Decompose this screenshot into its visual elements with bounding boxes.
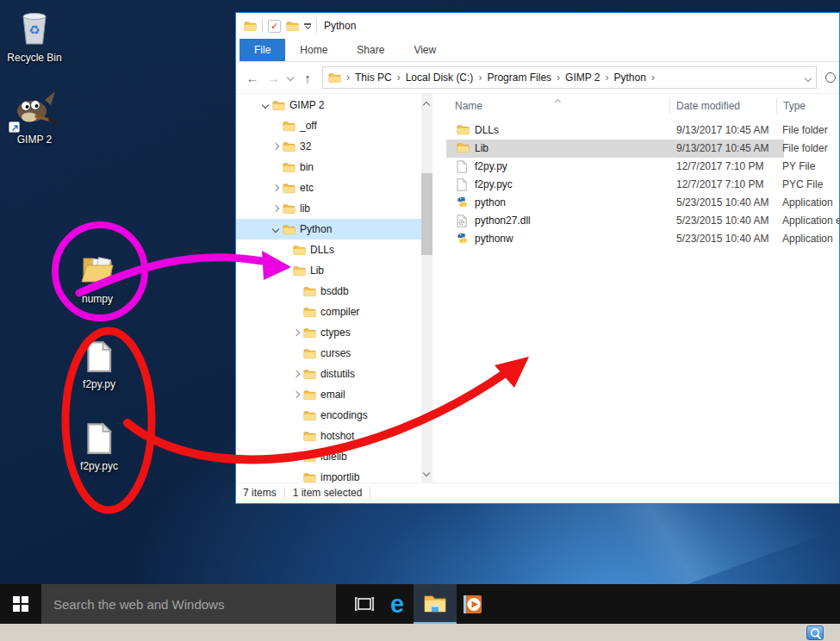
- tree-item-bsddb[interactable]: bsddb: [236, 281, 421, 302]
- file-row-f2py-pyc[interactable]: f2py.pyc12/7/2017 7:10 PMPYC File: [432, 176, 839, 194]
- start-button[interactable]: [0, 584, 41, 624]
- edge-icon: e: [390, 592, 404, 617]
- folder-icon: [303, 410, 316, 421]
- media-player-button[interactable]: [457, 584, 489, 624]
- screenshot-tray-icon[interactable]: [806, 625, 824, 640]
- file-icon: [457, 160, 467, 173]
- task-view-icon: [354, 595, 375, 613]
- tree-item-curses[interactable]: curses: [236, 343, 421, 364]
- tree-item-32[interactable]: 32: [236, 136, 421, 157]
- tab-share[interactable]: Share: [342, 39, 399, 61]
- file-row-python27-dll[interactable]: python27.dll5/23/2015 10:40 AMApplicatio…: [432, 212, 839, 230]
- tree-item-email[interactable]: email: [236, 384, 421, 405]
- file-icon: [86, 340, 112, 376]
- file-row-pythonw[interactable]: pythonw5/23/2015 10:40 AMApplication: [432, 230, 839, 248]
- column-header-type[interactable]: Type: [777, 98, 839, 114]
- file-explorer-button[interactable]: [414, 584, 457, 624]
- desktop-icon-numpy[interactable]: numpy: [65, 253, 130, 305]
- folder-icon: [283, 162, 296, 173]
- refresh-icon[interactable]: [825, 72, 836, 83]
- breadcrumb-program-files[interactable]: Program Files: [487, 72, 551, 84]
- desktop-icon-f2py-py[interactable]: f2py.py: [66, 340, 132, 390]
- breadcrumb-separator: ›: [650, 72, 656, 84]
- breadcrumb-local-disk-c[interactable]: Local Disk (C:): [406, 72, 474, 84]
- tree-item-hotshot[interactable]: hotshot: [236, 426, 421, 446]
- properties-check-icon[interactable]: ✓: [268, 20, 281, 33]
- tree-item-off[interactable]: _off: [236, 115, 421, 136]
- file-row-dlls[interactable]: DLLs9/13/2017 10:45 AMFile folder: [432, 121, 839, 140]
- explorer-body: GIMP 2 _off 32 bin etc lib Python DLLs L…: [236, 93, 839, 482]
- python-icon: [457, 233, 468, 244]
- ribbon-tabs: File Home Share View: [236, 39, 839, 62]
- tree-item-encodings[interactable]: encodings: [236, 405, 421, 426]
- tree-scrollbar[interactable]: [421, 94, 432, 482]
- tab-file[interactable]: File: [240, 39, 285, 61]
- chevron-expanded-icon[interactable]: [262, 102, 269, 109]
- window-title: Python: [324, 20, 356, 32]
- tree-item-idlelib[interactable]: idlelib: [236, 446, 421, 467]
- chevron-collapsed-icon[interactable]: [293, 370, 300, 377]
- chevron-collapsed-icon[interactable]: [272, 184, 279, 191]
- chevron-collapsed-icon[interactable]: [272, 205, 279, 212]
- desktop-icon-label: numpy: [65, 293, 130, 305]
- file-row-lib[interactable]: Lib9/13/2017 10:45 AMFile folder: [432, 140, 839, 158]
- tree-item-distutils[interactable]: distutils: [236, 364, 421, 384]
- folder-icon: [283, 203, 296, 215]
- customize-toolbar-icon[interactable]: [304, 23, 311, 28]
- tab-home[interactable]: Home: [285, 39, 342, 61]
- tree-item-python[interactable]: Python: [236, 219, 421, 240]
- tree-item-ctypes[interactable]: ctypes: [236, 322, 421, 343]
- tree-item-etc[interactable]: etc: [236, 177, 421, 198]
- folder-icon: [283, 183, 296, 194]
- tree-item-lib-lower[interactable]: lib: [236, 198, 421, 219]
- scroll-down-icon[interactable]: [423, 470, 430, 476]
- task-view-button[interactable]: [348, 584, 381, 624]
- up-button[interactable]: ↑: [298, 71, 317, 85]
- breadcrumb-this-pc[interactable]: This PC: [355, 72, 392, 84]
- status-separator: [370, 487, 370, 499]
- tab-view[interactable]: View: [399, 39, 451, 61]
- window-folder-icon: [244, 21, 257, 32]
- forward-button[interactable]: →: [264, 71, 283, 85]
- dll-file-icon: [457, 215, 467, 227]
- tree-item-bin[interactable]: bin: [236, 157, 421, 177]
- chevron-expanded-icon[interactable]: [272, 226, 279, 233]
- tree-item-lib[interactable]: Lib: [236, 260, 421, 281]
- file-icon: [86, 422, 112, 457]
- media-player-icon: [462, 593, 485, 616]
- new-folder-icon[interactable]: [286, 21, 299, 32]
- folder-icon: [272, 100, 285, 111]
- tree-item-importlib[interactable]: importlib: [236, 467, 421, 482]
- desktop-icon-f2py-pyc[interactable]: f2py.pyc: [66, 422, 132, 472]
- desktop-icon-recycle-bin[interactable]: ♻ Recycle Bin: [2, 9, 67, 64]
- chevron-collapsed-icon[interactable]: [272, 143, 279, 150]
- windows-logo-icon: [13, 596, 28, 612]
- tree-item-dlls[interactable]: DLLs: [236, 240, 421, 260]
- column-header-date-modified[interactable]: Date modified: [670, 98, 777, 114]
- tree-item-compiler[interactable]: compiler: [236, 302, 421, 322]
- file-row-python[interactable]: python5/23/2015 10:40 AMApplication: [432, 194, 839, 212]
- title-bar[interactable]: ✓ Python: [236, 13, 839, 39]
- taskbar-search-input[interactable]: Search the web and Windows: [41, 584, 336, 624]
- tree-item-gimp-2[interactable]: GIMP 2: [236, 95, 421, 115]
- chevron-collapsed-icon[interactable]: [293, 329, 300, 336]
- column-header-name[interactable]: Name: [432, 98, 670, 114]
- edge-button[interactable]: e: [381, 584, 414, 624]
- chevron-collapsed-icon[interactable]: [293, 453, 300, 460]
- desktop-icon-gimp2[interactable]: GIMP 2: [2, 88, 67, 146]
- file-row-f2py-py[interactable]: f2py.py12/7/2017 7:10 PMPY File: [432, 158, 839, 176]
- scrollbar-thumb[interactable]: [421, 173, 432, 255]
- python-icon: [457, 196, 468, 208]
- scroll-up-icon[interactable]: [423, 102, 430, 109]
- breadcrumb-gimp-2[interactable]: GIMP 2: [565, 72, 600, 84]
- desktop-icon-label: f2py.pyc: [66, 460, 132, 472]
- folder-icon: [303, 348, 316, 359]
- address-dropdown-icon[interactable]: [806, 72, 811, 84]
- chevron-collapsed-icon[interactable]: [293, 391, 300, 398]
- back-button[interactable]: ←: [243, 71, 262, 85]
- selected-count: 1 item selected: [293, 487, 363, 499]
- recent-locations-icon[interactable]: [284, 75, 296, 80]
- breadcrumb-python[interactable]: Python: [614, 72, 646, 84]
- address-box[interactable]: › This PC › Local Disk (C:) › Program Fi…: [322, 66, 817, 89]
- folder-icon: [457, 124, 470, 135]
